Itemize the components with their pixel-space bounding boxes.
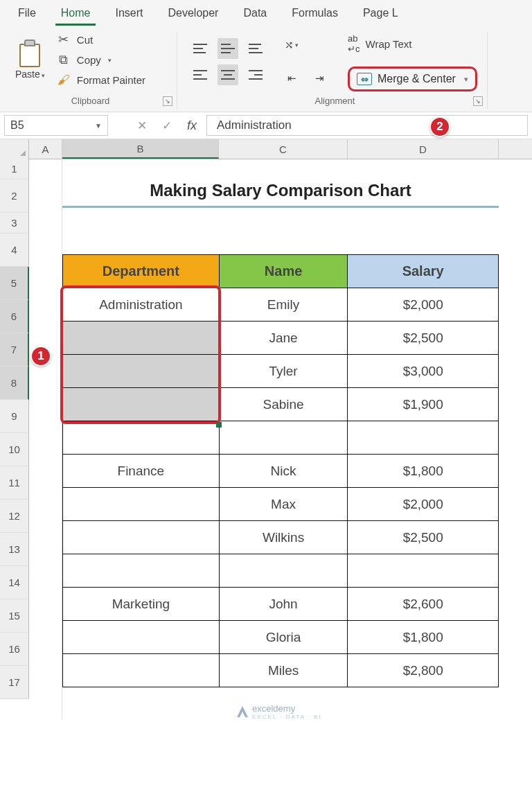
cell-name[interactable]: Miles <box>219 654 348 687</box>
orientation-button[interactable]: ⤭▾ <box>281 35 302 55</box>
name-box[interactable]: B5▼ <box>4 115 108 136</box>
row-header-5[interactable]: 5 <box>0 267 29 300</box>
copy-button[interactable]: ⧉ Copy▾ <box>56 53 145 67</box>
align-left-button[interactable] <box>190 64 211 85</box>
cell-dept[interactable] <box>63 621 220 654</box>
cell-salary[interactable]: $2,800 <box>348 654 499 687</box>
table-row[interactable]: AdministrationEmily$2,000 <box>63 288 499 322</box>
col-header-D[interactable]: D <box>348 139 499 159</box>
table-row[interactable]: Gloria$1,800 <box>63 621 499 654</box>
cell-dept[interactable]: Finance <box>63 455 220 488</box>
table-row[interactable]: Wilkins$2,500 <box>63 521 499 554</box>
cell-name[interactable]: Nick <box>219 455 348 488</box>
cell-name[interactable]: Tyler <box>219 355 348 388</box>
dialog-launcher-icon[interactable]: ↘ <box>473 96 483 106</box>
formula-bar[interactable]: Administration <box>206 115 528 136</box>
header-department[interactable]: Department <box>63 255 220 288</box>
wrap-text-button[interactable]: ab↵c Wrap Text <box>348 33 477 54</box>
align-top-button[interactable] <box>190 38 211 59</box>
cell-dept[interactable]: Administration <box>63 288 220 322</box>
cell-salary[interactable]: $3,000 <box>348 355 499 388</box>
cell-dept[interactable] <box>63 388 220 421</box>
tab-developer[interactable]: Developer <box>155 3 231 25</box>
tab-insert[interactable]: Insert <box>103 3 155 25</box>
cell-salary[interactable]: $2,500 <box>348 322 499 355</box>
tab-file[interactable]: File <box>6 3 48 25</box>
row-header-15[interactable]: 15 <box>0 599 29 633</box>
dialog-launcher-icon[interactable]: ↘ <box>163 96 172 106</box>
cell-name[interactable]: Max <box>219 488 348 521</box>
row-header-10[interactable]: 10 <box>0 433 29 466</box>
fill-handle[interactable] <box>216 422 222 428</box>
cell-name[interactable]: John <box>219 588 348 621</box>
paste-button[interactable]: Paste▾ <box>11 38 49 81</box>
cell-salary[interactable] <box>348 554 499 588</box>
cut-button[interactable]: ✂ Cut <box>56 32 145 47</box>
table-row[interactable]: Tyler$3,000 <box>63 355 499 388</box>
row-header-6[interactable]: 6 <box>0 300 29 333</box>
cell-salary[interactable] <box>348 421 499 455</box>
format-painter-button[interactable]: 🖌 Format Painter <box>56 73 145 87</box>
col-header-C[interactable]: C <box>219 139 348 159</box>
row-header-16[interactable]: 16 <box>0 633 29 666</box>
align-middle-button[interactable] <box>218 38 238 59</box>
row-header-1[interactable]: 1 <box>0 159 29 179</box>
tab-data[interactable]: Data <box>231 3 279 25</box>
cell-salary[interactable]: $1,900 <box>348 388 499 421</box>
row-header-14[interactable]: 14 <box>0 566 29 599</box>
increase-indent-button[interactable]: ⇥ <box>309 68 330 89</box>
tab-formulas[interactable]: Formulas <box>279 3 351 25</box>
cell-salary[interactable]: $2,500 <box>348 521 499 554</box>
table-row[interactable]: Max$2,000 <box>63 488 499 521</box>
header-name[interactable]: Name <box>219 255 348 288</box>
table-row[interactable] <box>63 554 499 588</box>
cell-name[interactable]: Sabine <box>219 388 348 421</box>
header-salary[interactable]: Salary <box>348 255 499 288</box>
table-row[interactable]: FinanceNick$1,800 <box>63 455 499 488</box>
align-bottom-button[interactable] <box>245 38 266 59</box>
table-row[interactable]: Sabine$1,900 <box>63 388 499 421</box>
row-header-11[interactable]: 11 <box>0 466 29 500</box>
cell-salary[interactable]: $2,000 <box>348 488 499 521</box>
col-header-A[interactable]: A <box>29 139 62 159</box>
row-header-12[interactable]: 12 <box>0 500 29 533</box>
col-header-B[interactable]: B <box>62 139 219 159</box>
row-header-13[interactable]: 13 <box>0 533 29 566</box>
select-all-corner[interactable] <box>0 139 29 159</box>
row-header-3[interactable]: 3 <box>0 213 29 234</box>
align-center-button[interactable] <box>218 64 238 85</box>
tab-home[interactable]: Home <box>48 3 103 25</box>
cell-name[interactable]: Emily <box>219 288 348 322</box>
row-header-2[interactable]: 2 <box>0 179 29 213</box>
accept-formula-icon[interactable]: ✓ <box>162 118 172 133</box>
cell-name[interactable] <box>219 421 348 455</box>
cell-dept[interactable] <box>63 554 220 588</box>
row-header-17[interactable]: 17 <box>0 666 29 699</box>
cell-salary[interactable]: $2,000 <box>348 288 499 322</box>
cell-dept[interactable]: Marketing <box>63 588 220 621</box>
row-header-8[interactable]: 8 <box>0 367 29 400</box>
insert-function-icon[interactable]: fx <box>187 118 197 133</box>
cell-salary[interactable]: $2,600 <box>348 588 499 621</box>
row-header-9[interactable]: 9 <box>0 400 29 433</box>
table-row[interactable]: MarketingJohn$2,600 <box>63 588 499 621</box>
cell-salary[interactable]: $1,800 <box>348 621 499 654</box>
cell-dept[interactable] <box>63 654 220 687</box>
cell-dept[interactable] <box>63 355 220 388</box>
cancel-formula-icon[interactable]: ✕ <box>137 118 147 133</box>
cell-dept[interactable] <box>63 521 220 554</box>
table-row[interactable]: Jane$2,500 <box>63 322 499 355</box>
table-row[interactable]: Miles$2,800 <box>63 654 499 687</box>
cell-name[interactable] <box>219 554 348 588</box>
table-row[interactable] <box>63 421 499 455</box>
cell-dept[interactable] <box>63 421 220 455</box>
row-header-4[interactable]: 4 <box>0 234 29 267</box>
row-header-7[interactable]: 7 <box>0 333 29 367</box>
decrease-indent-button[interactable]: ⇤ <box>281 68 302 89</box>
tab-page-l[interactable]: Page L <box>351 3 411 25</box>
col-A-empty[interactable] <box>29 159 62 720</box>
cell-name[interactable]: Wilkins <box>219 521 348 554</box>
align-right-button[interactable] <box>245 64 266 85</box>
merge-center-button[interactable]: ⇔ Merge & Center ▾ <box>348 67 477 91</box>
cell-name[interactable]: Gloria <box>219 621 348 654</box>
